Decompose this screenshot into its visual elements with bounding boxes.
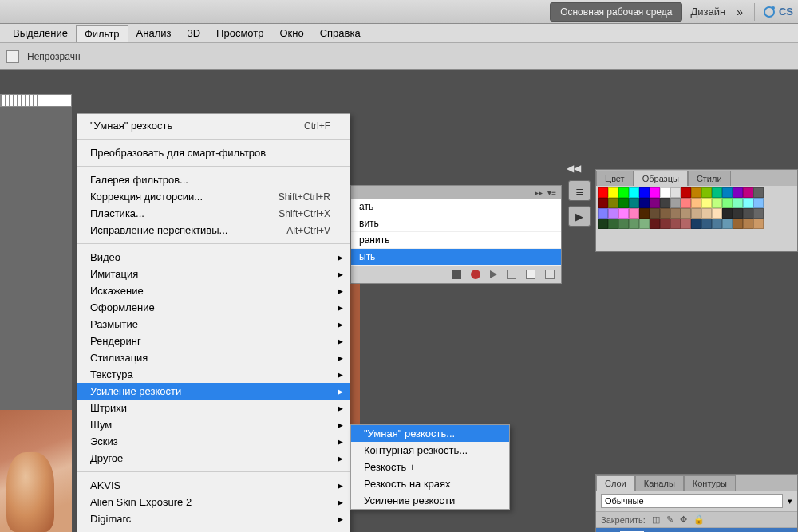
sharpen-submenu-item[interactable]: Усиление резкости xyxy=(351,492,509,509)
swatch-cell[interactable] xyxy=(618,198,629,208)
swatch-cell[interactable] xyxy=(722,208,733,219)
swatch-cell[interactable] xyxy=(691,187,701,198)
swatch-cell[interactable] xyxy=(650,187,660,198)
swatch-cell[interactable] xyxy=(691,219,701,229)
swatch-cell[interactable] xyxy=(701,208,712,219)
filter-plugin-item[interactable]: AKVIS xyxy=(77,477,350,494)
cs-live-badge[interactable]: CS xyxy=(763,6,793,18)
panel-menu-icon[interactable]: ▾≡ xyxy=(547,188,556,197)
lock-all-icon[interactable]: 🔒 xyxy=(693,514,705,525)
layer-row-background[interactable]: Фон xyxy=(596,528,797,532)
swatch-cell[interactable] xyxy=(670,187,681,198)
swatch-cell[interactable] xyxy=(670,198,681,208)
swatch-cell[interactable] xyxy=(712,198,722,208)
swatch-cell[interactable] xyxy=(618,208,629,219)
swatch-cell[interactable] xyxy=(701,198,712,208)
swatch-cell[interactable] xyxy=(722,187,733,198)
filter-category-item[interactable]: Текстура xyxy=(77,366,350,383)
actions-panel-icon[interactable]: ▶ xyxy=(568,206,591,227)
panel-collapse-icon[interactable]: ▸▸ xyxy=(535,188,543,197)
menu-analysis[interactable]: Анализ xyxy=(128,25,180,41)
swatch-cell[interactable] xyxy=(618,219,629,229)
tab-layers[interactable]: Слои xyxy=(596,475,635,491)
swatch-cell[interactable] xyxy=(629,208,639,219)
swatch-cell[interactable] xyxy=(629,219,639,229)
swatch-cell[interactable] xyxy=(691,198,701,208)
swatch-cell[interactable] xyxy=(681,219,691,229)
tab-color[interactable]: Цвет xyxy=(596,171,634,186)
history-panel-icon[interactable]: ≣ xyxy=(568,180,591,201)
document-image[interactable] xyxy=(0,410,72,532)
swatch-cell[interactable] xyxy=(701,187,712,198)
swatch-cell[interactable] xyxy=(670,208,681,219)
new-action-icon[interactable] xyxy=(526,270,535,279)
filter-category-item[interactable]: Размытие xyxy=(77,316,350,333)
filter-menu-item[interactable]: Пластика...Shift+Ctrl+X xyxy=(77,205,350,222)
swatch-cell[interactable] xyxy=(629,198,639,208)
swatch-cell[interactable] xyxy=(660,208,670,219)
filter-menu-item[interactable]: Галерея фильтров... xyxy=(77,171,350,188)
filter-category-item[interactable]: Видео xyxy=(77,249,350,266)
action-row[interactable]: ать xyxy=(351,199,561,215)
swatch-cell[interactable] xyxy=(712,187,722,198)
swatch-cell[interactable] xyxy=(639,187,650,198)
filter-last-used[interactable]: "Умная" резкость Ctrl+F xyxy=(77,117,350,134)
swatch-cell[interactable] xyxy=(733,198,743,208)
swatch-cell[interactable] xyxy=(691,208,701,219)
menu-3d[interactable]: 3D xyxy=(179,25,208,41)
swatch-cell[interactable] xyxy=(733,187,743,198)
tab-channels[interactable]: Каналы xyxy=(635,475,684,491)
menu-help[interactable]: Справка xyxy=(312,25,369,41)
filter-plugin-item[interactable]: Digimarc xyxy=(77,510,350,527)
swatch-cell[interactable] xyxy=(608,198,618,208)
swatch-cell[interactable] xyxy=(629,187,639,198)
trash-icon[interactable] xyxy=(545,270,555,279)
swatch-cell[interactable] xyxy=(650,198,660,208)
swatch-cell[interactable] xyxy=(743,208,753,219)
swatch-cell[interactable] xyxy=(650,208,660,219)
sharpen-submenu-item[interactable]: "Умная" резкость... xyxy=(351,425,509,442)
swatch-cell[interactable] xyxy=(598,187,608,198)
swatch-cell[interactable] xyxy=(650,219,660,229)
lock-brush-icon[interactable]: ✎ xyxy=(666,514,674,525)
swatch-cell[interactable] xyxy=(733,219,743,229)
swatch-cell[interactable] xyxy=(701,219,712,229)
menu-selection[interactable]: Выделение xyxy=(5,25,76,41)
swatch-cell[interactable] xyxy=(743,219,753,229)
swatch-cell[interactable] xyxy=(660,219,670,229)
swatch-cell[interactable] xyxy=(743,187,753,198)
swatch-cell[interactable] xyxy=(670,219,681,229)
filter-category-item[interactable]: Имитация xyxy=(77,266,350,282)
filter-category-item[interactable]: Оформление xyxy=(77,299,350,316)
swatch-cell[interactable] xyxy=(733,208,743,219)
swatch-cell[interactable] xyxy=(608,219,618,229)
filter-plugin-item[interactable]: Imagenomic xyxy=(77,527,350,532)
swatch-cell[interactable] xyxy=(753,208,764,219)
panel-collapse-chevron-icon[interactable]: ◀◀ xyxy=(567,163,581,174)
action-row[interactable]: вить xyxy=(351,215,561,232)
filter-menu-item[interactable]: Исправление перспективы...Alt+Ctrl+V xyxy=(77,222,350,238)
swatch-cell[interactable] xyxy=(598,198,608,208)
swatch-cell[interactable] xyxy=(712,219,722,229)
filter-category-item[interactable]: Стилизация xyxy=(77,349,350,366)
swatch-cell[interactable] xyxy=(753,219,764,229)
swatch-cell[interactable] xyxy=(681,198,691,208)
filter-plugin-item[interactable]: Alien Skin Exposure 2 xyxy=(77,494,350,510)
tab-swatches[interactable]: Образцы xyxy=(634,171,688,186)
swatch-cell[interactable] xyxy=(639,219,650,229)
swatch-cell[interactable] xyxy=(722,198,733,208)
swatch-cell[interactable] xyxy=(608,187,618,198)
swatch-cell[interactable] xyxy=(681,208,691,219)
filter-menu-item[interactable]: Коррекция дисторсии...Shift+Ctrl+R xyxy=(77,188,350,205)
tool-preset-dropdown[interactable] xyxy=(6,50,19,63)
action-row-selected[interactable]: ыть xyxy=(351,249,561,266)
swatch-cell[interactable] xyxy=(618,187,629,198)
swatch-cell[interactable] xyxy=(722,219,733,229)
swatch-cell[interactable] xyxy=(660,187,670,198)
chevron-down-icon[interactable]: ▾ xyxy=(788,496,792,506)
workspace-design-link[interactable]: Дизайн xyxy=(690,6,725,18)
swatch-cell[interactable] xyxy=(753,198,764,208)
swatch-cell[interactable] xyxy=(639,208,650,219)
swatch-cell[interactable] xyxy=(712,208,722,219)
filter-category-item[interactable]: Искажение xyxy=(77,282,350,299)
